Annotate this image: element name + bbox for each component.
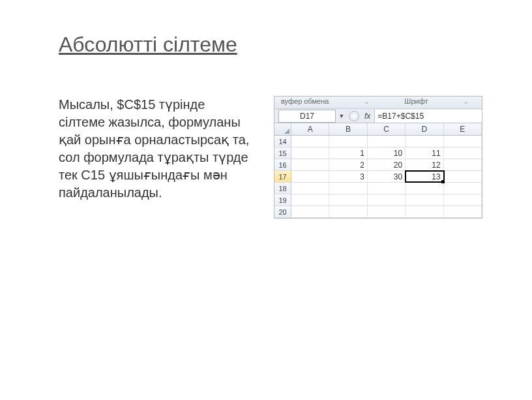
cell[interactable]: 1: [329, 147, 367, 159]
body-paragraph: Мысалы, $С$15 түрінде сілтеме жазылса, ф…: [59, 96, 254, 202]
cell[interactable]: 11: [406, 147, 443, 159]
cell[interactable]: 20: [368, 159, 406, 170]
cell[interactable]: [406, 183, 443, 194]
cancel-icon[interactable]: [349, 111, 359, 121]
row-header[interactable]: 19: [274, 194, 291, 206]
col-header[interactable]: A: [291, 123, 329, 135]
ribbon-group-font: Шрифт: [404, 97, 428, 106]
formula-bar-row: D17 ▼ fx =B17+$C$15: [274, 109, 482, 123]
cell[interactable]: [444, 136, 482, 147]
col-header[interactable]: C: [368, 123, 406, 135]
table-row: 20: [274, 206, 482, 218]
formula-bar[interactable]: =B17+$C$15: [374, 110, 482, 123]
excel-screenshot: вуфер обмена ⌄ Шрифт ⌄ D17 ▼ fx =B17+$C$…: [274, 96, 482, 219]
cell[interactable]: [444, 206, 482, 217]
cell[interactable]: [444, 183, 482, 194]
cell[interactable]: 10: [368, 147, 406, 159]
cell[interactable]: [329, 194, 367, 206]
col-header[interactable]: B: [329, 123, 367, 135]
column-headers: A B C D E: [274, 123, 482, 136]
cell[interactable]: 30: [368, 171, 406, 182]
cell[interactable]: 13: [406, 171, 443, 182]
cell[interactable]: [368, 194, 406, 206]
page-title: Абсолютті сілтеме: [59, 33, 493, 57]
table-row: 18: [274, 183, 482, 194]
cell[interactable]: 2: [329, 159, 367, 170]
table-row: 19: [274, 194, 482, 206]
table-row: 1622012: [274, 159, 482, 171]
select-all-corner[interactable]: [274, 123, 291, 135]
table-row: 1733013: [274, 171, 482, 183]
col-header[interactable]: E: [444, 123, 482, 135]
table-row: 14: [274, 136, 482, 147]
row-header[interactable]: 16: [274, 159, 291, 170]
ribbon-group-clipboard: вуфер обмена: [281, 97, 329, 106]
content-row: Мысалы, $С$15 түрінде сілтеме жазылса, ф…: [59, 96, 493, 219]
spreadsheet-grid: A B C D E 14151101116220121733013181920: [274, 123, 482, 218]
row-header[interactable]: 15: [274, 147, 291, 159]
cell[interactable]: [368, 206, 406, 217]
row-header[interactable]: 17: [274, 171, 291, 182]
cell[interactable]: [444, 147, 482, 159]
cell[interactable]: [444, 171, 482, 182]
table-row: 1511011: [274, 147, 482, 159]
cell[interactable]: [406, 194, 443, 206]
row-header[interactable]: 14: [274, 136, 291, 147]
fx-icon[interactable]: fx: [364, 112, 370, 121]
cell[interactable]: [444, 159, 482, 170]
cell[interactable]: [406, 136, 443, 147]
cell[interactable]: [291, 171, 329, 182]
cell[interactable]: [291, 136, 329, 147]
row-header[interactable]: 20: [274, 206, 291, 217]
ribbon-separator: ⌄: [463, 97, 469, 106]
cell[interactable]: [329, 183, 367, 194]
cell[interactable]: [329, 136, 367, 147]
name-box[interactable]: D17: [278, 110, 336, 123]
cell[interactable]: [444, 194, 482, 206]
namebox-dropdown-icon[interactable]: ▼: [337, 113, 346, 119]
cell[interactable]: [406, 206, 443, 217]
cell[interactable]: [368, 183, 406, 194]
cell[interactable]: [291, 183, 329, 194]
cell[interactable]: [291, 206, 329, 217]
formula-bar-buttons: [346, 111, 362, 121]
col-header[interactable]: D: [406, 123, 443, 135]
cell[interactable]: [291, 159, 329, 170]
ribbon-separator: ⌄: [364, 97, 370, 106]
cell[interactable]: [368, 136, 406, 147]
cell[interactable]: 12: [406, 159, 443, 170]
slide: Абсолютті сілтеме Мысалы, $С$15 түрінде …: [0, 0, 532, 245]
row-header[interactable]: 18: [274, 183, 291, 194]
cell[interactable]: [291, 147, 329, 159]
cell[interactable]: 3: [329, 171, 367, 182]
cell[interactable]: [329, 206, 367, 217]
cell[interactable]: [291, 194, 329, 206]
ribbon-hint: вуфер обмена ⌄ Шрифт ⌄: [274, 97, 482, 109]
